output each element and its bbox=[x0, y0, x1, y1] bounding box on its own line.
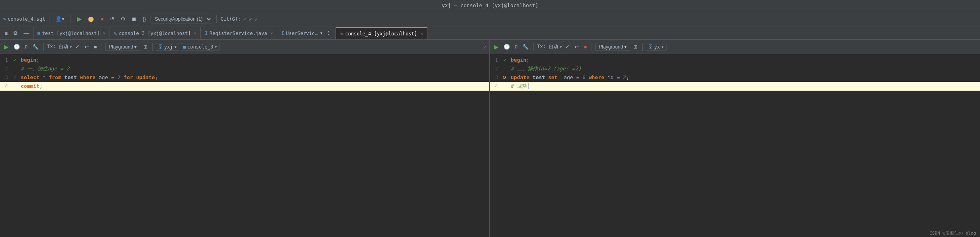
spin-icon: ⟳ bbox=[503, 73, 507, 82]
left-connection-select[interactable]: 🗄 yxj ▾ bbox=[156, 43, 179, 51]
right-timer-btn[interactable]: 🕐 bbox=[502, 43, 512, 51]
tab-register-close[interactable]: ✕ bbox=[270, 31, 273, 36]
panels: ▶ 🕐 P 🔧 Tx: 自动 ▾ ✓ ↩ ■ Playground ▾ ⊞ bbox=[0, 40, 980, 237]
watermark-bar: CSDN @伍振仁の blog bbox=[925, 229, 980, 237]
tab-console4[interactable]: ✎ console_4 [yxj@localhost] ✕ bbox=[336, 27, 427, 39]
tab-overflow-btn[interactable]: ⋮ bbox=[325, 31, 331, 36]
left-wrench-btn[interactable]: 🔧 bbox=[31, 43, 40, 51]
stop-button[interactable]: ■ bbox=[98, 15, 106, 23]
left-code-editor[interactable]: 1 ✓ begin; 2 # 一、锁住age = 2 3 ✓ select * … bbox=[0, 54, 489, 237]
title-bar: yxj – console_4 [yxj@localhost] bbox=[0, 0, 980, 11]
braces-button[interactable]: {} bbox=[141, 15, 148, 23]
table-row: 1 ✓ begin; bbox=[490, 56, 980, 64]
left-editor-toolbar: ▶ 🕐 P 🔧 Tx: 自动 ▾ ✓ ↩ ■ Playground ▾ ⊞ bbox=[0, 40, 489, 54]
left-console-select[interactable]: ■ console_3 ▾ bbox=[181, 43, 220, 51]
left-schema-btn[interactable]: ⊞ bbox=[142, 43, 149, 51]
right-line-num-4: 4 bbox=[490, 82, 501, 91]
line-content-4: commit; bbox=[18, 82, 43, 91]
tab-console3-close[interactable]: ✕ bbox=[194, 31, 197, 36]
table-row: 3 ✓ select * from test where age = 2 for… bbox=[0, 73, 489, 82]
tab-test[interactable]: ▦ test [yxj@localhost] ✕ bbox=[33, 27, 110, 39]
run-button-top[interactable]: ▶ bbox=[75, 14, 84, 23]
right-panel: ▶ 🕐 P 🔧 Tx: 自动 ▾ ✓ ↩ ■ Playground ▾ ⊞ bbox=[490, 40, 980, 237]
line-content-3: select * from test where age = 2 for upd… bbox=[18, 73, 158, 82]
left-db-icon: 🗄 bbox=[158, 44, 163, 50]
left-timer-btn[interactable]: 🕐 bbox=[12, 43, 22, 51]
file-label: ✎ console_4.sql bbox=[3, 16, 45, 22]
right-code-editor[interactable]: 1 ✓ begin; 2 # 二、操作id=2 (age! =2) 3 ⟳ up… bbox=[490, 54, 980, 237]
sep3 bbox=[216, 15, 217, 23]
left-tx-arrow: ▾ bbox=[69, 44, 72, 50]
right-line-content-2: # 二、操作id=2 (age! =2) bbox=[508, 64, 581, 73]
left-stop-btn[interactable]: ■ bbox=[92, 43, 98, 51]
right-sep1 bbox=[533, 43, 534, 51]
window-title: yxj – console_4 [yxj@localhost] bbox=[442, 2, 539, 8]
right-sep2 bbox=[592, 43, 592, 51]
people-button[interactable]: 👤▾ bbox=[53, 15, 67, 23]
left-check-btn[interactable]: ✓ bbox=[74, 43, 81, 51]
table-row: 2 # 一、锁住age = 2 bbox=[0, 64, 489, 73]
left-run-btn[interactable]: ▶ bbox=[2, 43, 10, 51]
console4-icon: ✎ bbox=[340, 31, 343, 37]
tab-test-close[interactable]: ✕ bbox=[103, 31, 106, 36]
right-tx-label: Tx: 自动 ▾ bbox=[537, 43, 562, 50]
left-playground-arrow: ▾ bbox=[134, 44, 137, 50]
right-editor-toolbar: ▶ 🕐 P 🔧 Tx: 自动 ▾ ✓ ↩ ■ Playground ▾ ⊞ bbox=[490, 40, 980, 54]
tab-register[interactable]: I RegisterService.java ✕ bbox=[201, 27, 277, 39]
right-check-btn[interactable]: ✓ bbox=[564, 43, 571, 51]
reload-button[interactable]: ↺ bbox=[108, 15, 116, 23]
left-playground-label: Playground bbox=[109, 44, 133, 50]
right-line-content-4: # 成功 bbox=[508, 82, 529, 91]
tab-bar-icons: ≡ ⚙ — bbox=[0, 27, 33, 39]
right-line-content-1: begin; bbox=[508, 56, 529, 64]
sql-file-icon: ✎ bbox=[3, 16, 6, 22]
right-sep3 bbox=[642, 43, 643, 51]
line-num-2: 2 bbox=[0, 64, 11, 73]
line-status-3: ✓ bbox=[11, 73, 18, 82]
debug-button[interactable]: ⬤ bbox=[86, 15, 96, 23]
tab-settings-icon[interactable]: ⚙ bbox=[11, 29, 20, 37]
java-user-icon: I bbox=[281, 31, 284, 36]
stop2-button[interactable]: ◼ bbox=[130, 15, 138, 23]
right-rollback-btn[interactable]: ↩ bbox=[573, 43, 580, 51]
right-param-btn[interactable]: P bbox=[513, 44, 519, 50]
left-conn2: console_3 bbox=[187, 44, 213, 50]
tab-console3[interactable]: ✎ console_3 [yxj@localhost] ✕ bbox=[110, 27, 201, 39]
right-line-content-3: update test set age = 6 where id = 2; bbox=[508, 73, 629, 82]
right-db-icon: 🗄 bbox=[648, 44, 653, 50]
right-playground-btn[interactable]: Playground ▾ bbox=[595, 43, 630, 51]
git-check3: ✓ bbox=[255, 16, 258, 22]
line-num-1: 1 bbox=[0, 56, 11, 64]
right-tx-arrow: ▾ bbox=[559, 44, 562, 50]
right-wrench-btn[interactable]: 🔧 bbox=[521, 43, 530, 51]
left-param-btn[interactable]: P bbox=[23, 44, 29, 50]
right-line-num-1: 1 bbox=[490, 56, 501, 64]
left-conn1: yxj bbox=[164, 44, 173, 50]
tab-test-label: test [yxj@localhost] bbox=[42, 31, 100, 36]
right-line-num-3: 3 bbox=[490, 73, 501, 82]
tab-more-btn[interactable]: ▾ bbox=[319, 31, 323, 36]
line-status-1: ✓ bbox=[11, 56, 18, 64]
line-content-2: # 一、锁住age = 2 bbox=[18, 64, 69, 73]
watermark-text: CSDN @伍振仁の blog bbox=[929, 231, 976, 236]
left-right-check: ✓ bbox=[484, 44, 487, 50]
git-label: Git(G): bbox=[221, 16, 241, 22]
right-connection-select[interactable]: 🗄 yx ▾ bbox=[646, 43, 666, 51]
right-playground-arrow: ▾ bbox=[624, 44, 627, 50]
right-run-btn[interactable]: ▶ bbox=[492, 43, 500, 51]
left-panel: ▶ 🕐 P 🔧 Tx: 自动 ▾ ✓ ↩ ■ Playground ▾ ⊞ bbox=[0, 40, 490, 237]
tab-userservice[interactable]: I UserServic… ▾ ⋮ bbox=[277, 27, 336, 39]
table-row: 3 ⟳ update test set age = 6 where id = 2… bbox=[490, 73, 980, 82]
left-sep3 bbox=[152, 43, 153, 51]
line-num-4: 4 bbox=[0, 82, 11, 91]
tab-console4-close[interactable]: ✕ bbox=[420, 31, 423, 36]
left-sep1 bbox=[43, 43, 44, 51]
right-schema-btn[interactable]: ⊞ bbox=[632, 43, 639, 51]
tab-minimize-icon[interactable]: — bbox=[22, 29, 31, 37]
left-playground-btn[interactable]: Playground ▾ bbox=[105, 43, 140, 51]
right-stop-btn[interactable]: ■ bbox=[582, 43, 588, 51]
tab-menu-icon[interactable]: ≡ bbox=[2, 29, 10, 37]
left-rollback-btn[interactable]: ↩ bbox=[83, 43, 90, 51]
build-button[interactable]: ⚙ bbox=[119, 15, 127, 23]
security-select[interactable]: SecurityApplication (1) bbox=[151, 15, 212, 23]
